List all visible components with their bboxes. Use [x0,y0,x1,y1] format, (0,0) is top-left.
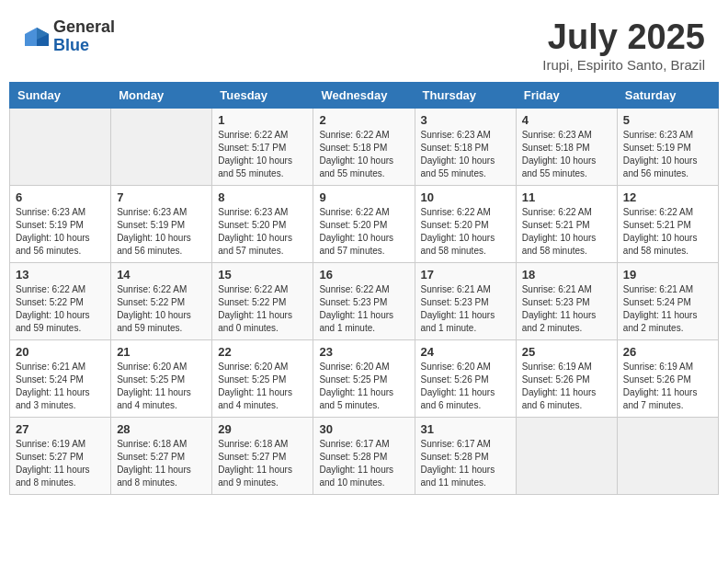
calendar-week-row: 27Sunrise: 6:19 AM Sunset: 5:27 PM Dayli… [10,417,719,494]
logo: General Blue [23,18,115,55]
day-number: 25 [522,345,611,359]
calendar-cell: 30Sunrise: 6:17 AM Sunset: 5:28 PM Dayli… [313,417,415,494]
day-number: 5 [623,113,712,127]
day-info: Sunrise: 6:22 AM Sunset: 5:22 PM Dayligh… [117,283,206,335]
day-number: 11 [522,190,611,204]
day-number: 12 [623,190,712,204]
day-info: Sunrise: 6:23 AM Sunset: 5:19 PM Dayligh… [117,206,206,258]
day-number: 3 [421,113,510,127]
calendar-cell: 28Sunrise: 6:18 AM Sunset: 5:27 PM Dayli… [111,417,212,494]
calendar-cell: 8Sunrise: 6:23 AM Sunset: 5:20 PM Daylig… [212,185,313,262]
svg-marker-1 [25,28,37,46]
calendar-cell: 29Sunrise: 6:18 AM Sunset: 5:27 PM Dayli… [212,417,313,494]
calendar-cell: 2Sunrise: 6:22 AM Sunset: 5:18 PM Daylig… [313,108,415,185]
calendar-cell: 18Sunrise: 6:21 AM Sunset: 5:23 PM Dayli… [516,262,617,339]
calendar-cell: 1Sunrise: 6:22 AM Sunset: 5:17 PM Daylig… [212,108,313,185]
day-number: 14 [117,268,206,282]
day-number: 8 [218,190,307,204]
day-info: Sunrise: 6:20 AM Sunset: 5:25 PM Dayligh… [319,361,408,412]
day-number: 10 [421,190,510,204]
day-number: 28 [117,422,206,436]
calendar-cell: 13Sunrise: 6:22 AM Sunset: 5:22 PM Dayli… [10,262,111,339]
calendar-cell: 17Sunrise: 6:21 AM Sunset: 5:23 PM Dayli… [415,262,516,339]
calendar-cell: 7Sunrise: 6:23 AM Sunset: 5:19 PM Daylig… [111,185,212,262]
day-info: Sunrise: 6:20 AM Sunset: 5:25 PM Dayligh… [117,361,206,412]
day-number: 18 [522,268,611,282]
calendar-cell: 14Sunrise: 6:22 AM Sunset: 5:22 PM Dayli… [111,262,212,339]
day-info: Sunrise: 6:23 AM Sunset: 5:20 PM Dayligh… [218,206,307,258]
calendar-cell: 4Sunrise: 6:23 AM Sunset: 5:18 PM Daylig… [516,108,617,185]
day-info: Sunrise: 6:22 AM Sunset: 5:22 PM Dayligh… [218,283,307,335]
day-info: Sunrise: 6:22 AM Sunset: 5:23 PM Dayligh… [319,283,408,335]
day-number: 31 [421,422,510,436]
day-number: 9 [319,190,408,204]
day-number: 29 [218,422,307,436]
day-number: 20 [16,345,105,359]
calendar-table: SundayMondayTuesdayWednesdayThursdayFrid… [9,82,719,495]
day-info: Sunrise: 6:19 AM Sunset: 5:26 PM Dayligh… [623,361,712,412]
calendar-cell [10,108,111,185]
header: General Blue July 2025 Irupi, Espirito S… [9,9,719,77]
day-number: 23 [319,345,408,359]
day-info: Sunrise: 6:22 AM Sunset: 5:21 PM Dayligh… [623,206,712,258]
calendar-week-row: 20Sunrise: 6:21 AM Sunset: 5:24 PM Dayli… [10,339,719,417]
day-info: Sunrise: 6:21 AM Sunset: 5:23 PM Dayligh… [522,283,611,335]
calendar-cell: 19Sunrise: 6:21 AM Sunset: 5:24 PM Dayli… [617,262,718,339]
calendar-cell: 22Sunrise: 6:20 AM Sunset: 5:25 PM Dayli… [212,339,313,417]
day-info: Sunrise: 6:23 AM Sunset: 5:18 PM Dayligh… [522,129,611,180]
calendar-cell: 3Sunrise: 6:23 AM Sunset: 5:18 PM Daylig… [415,108,516,185]
weekday-header-sunday: Sunday [10,82,111,108]
logo-icon [23,23,51,51]
day-number: 19 [623,268,712,282]
day-info: Sunrise: 6:20 AM Sunset: 5:26 PM Dayligh… [421,361,510,412]
day-info: Sunrise: 6:22 AM Sunset: 5:22 PM Dayligh… [16,283,105,335]
calendar-cell: 25Sunrise: 6:19 AM Sunset: 5:26 PM Dayli… [516,339,617,417]
day-info: Sunrise: 6:20 AM Sunset: 5:25 PM Dayligh… [218,361,307,412]
month-title: July 2025 [542,18,705,57]
day-number: 26 [623,345,712,359]
day-number: 24 [421,345,510,359]
weekday-header-row: SundayMondayTuesdayWednesdayThursdayFrid… [10,82,719,108]
calendar-cell: 21Sunrise: 6:20 AM Sunset: 5:25 PM Dayli… [111,339,212,417]
day-info: Sunrise: 6:21 AM Sunset: 5:24 PM Dayligh… [16,361,105,412]
day-number: 1 [218,113,307,127]
calendar-cell [111,108,212,185]
day-number: 16 [319,268,408,282]
day-info: Sunrise: 6:22 AM Sunset: 5:17 PM Dayligh… [218,129,307,180]
day-info: Sunrise: 6:21 AM Sunset: 5:23 PM Dayligh… [421,283,510,335]
day-number: 13 [16,268,105,282]
day-number: 4 [522,113,611,127]
weekday-header-tuesday: Tuesday [212,82,313,108]
day-info: Sunrise: 6:23 AM Sunset: 5:19 PM Dayligh… [16,206,105,258]
day-info: Sunrise: 6:22 AM Sunset: 5:18 PM Dayligh… [319,129,408,180]
calendar-cell: 15Sunrise: 6:22 AM Sunset: 5:22 PM Dayli… [212,262,313,339]
calendar-cell: 23Sunrise: 6:20 AM Sunset: 5:25 PM Dayli… [313,339,415,417]
calendar-cell: 10Sunrise: 6:22 AM Sunset: 5:20 PM Dayli… [415,185,516,262]
day-number: 2 [319,113,408,127]
day-number: 27 [16,422,105,436]
day-info: Sunrise: 6:21 AM Sunset: 5:24 PM Dayligh… [623,283,712,335]
calendar-cell: 31Sunrise: 6:17 AM Sunset: 5:28 PM Dayli… [415,417,516,494]
calendar-cell [516,417,617,494]
location-subtitle: Irupi, Espirito Santo, Brazil [542,57,705,73]
day-number: 30 [319,422,408,436]
logo-general-text: General [53,18,115,37]
calendar-cell: 24Sunrise: 6:20 AM Sunset: 5:26 PM Dayli… [415,339,516,417]
calendar-cell: 20Sunrise: 6:21 AM Sunset: 5:24 PM Dayli… [10,339,111,417]
day-info: Sunrise: 6:19 AM Sunset: 5:27 PM Dayligh… [16,438,105,489]
calendar-cell: 5Sunrise: 6:23 AM Sunset: 5:19 PM Daylig… [617,108,718,185]
day-info: Sunrise: 6:17 AM Sunset: 5:28 PM Dayligh… [319,438,408,489]
weekday-header-friday: Friday [516,82,617,108]
day-info: Sunrise: 6:18 AM Sunset: 5:27 PM Dayligh… [218,438,307,489]
day-info: Sunrise: 6:23 AM Sunset: 5:18 PM Dayligh… [421,129,510,180]
calendar-cell: 12Sunrise: 6:22 AM Sunset: 5:21 PM Dayli… [617,185,718,262]
day-number: 21 [117,345,206,359]
day-info: Sunrise: 6:18 AM Sunset: 5:27 PM Dayligh… [117,438,206,489]
calendar-week-row: 1Sunrise: 6:22 AM Sunset: 5:17 PM Daylig… [10,108,719,185]
day-info: Sunrise: 6:22 AM Sunset: 5:21 PM Dayligh… [522,206,611,258]
calendar-week-row: 6Sunrise: 6:23 AM Sunset: 5:19 PM Daylig… [10,185,719,262]
calendar-cell: 11Sunrise: 6:22 AM Sunset: 5:21 PM Dayli… [516,185,617,262]
calendar-cell: 9Sunrise: 6:22 AM Sunset: 5:20 PM Daylig… [313,185,415,262]
weekday-header-thursday: Thursday [415,82,516,108]
logo-blue-text: Blue [53,37,115,55]
